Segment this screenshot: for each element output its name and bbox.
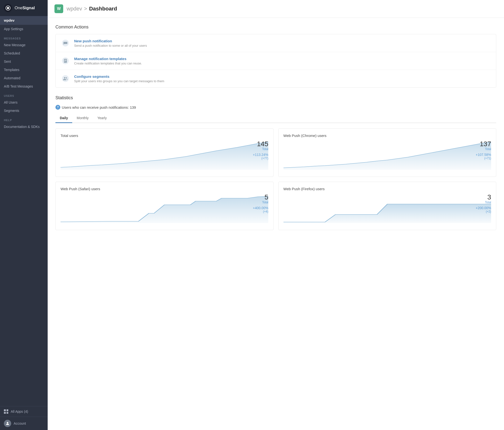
chart-total-users-change: +113.24% [253,153,268,157]
svg-point-11 [66,77,67,79]
action-new-push-subtitle: Send a push notification to some or all … [74,44,147,47]
account-avatar [4,420,11,427]
chart-firefox-users: Web Push (Firefox) users [278,182,496,230]
chart-chrome-users-num: 137 [476,141,491,147]
chart-chrome-users-stats: 137 Total +107.58% (+71) [476,141,491,160]
tab-daily[interactable]: Daily [55,114,72,123]
tab-monthly[interactable]: Monthly [72,114,93,123]
breadcrumb: wpdev > Dashboard [67,6,117,12]
svg-rect-5 [64,59,67,63]
tab-yearly[interactable]: Yearly [93,114,111,123]
action-manage-templates-title: Manage notification templates [74,57,142,61]
chart-safari-users-label: Total [253,201,268,204]
sidebar-account[interactable]: Account [0,417,48,430]
chart-total-users-change-sub: (+77) [253,157,268,160]
chart-safari-users-area: 5 Total +400.00% (+4) [61,194,268,223]
stats-users-label: ? Users who can receive push notificatio… [55,105,136,110]
chart-safari-users-num: 5 [253,194,268,201]
common-actions-section: Common Actions New push notification Sen… [55,25,496,88]
action-configure-segments-title: Configure segments [74,74,164,79]
sidebar-item-new-message[interactable]: New Message [0,41,48,49]
sidebar-section-users: USERS [0,91,48,98]
sidebar-app-name[interactable]: wpdev [0,16,48,25]
sidebar-section-messages: MESSAGES [0,33,48,41]
sidebar-item-app-settings[interactable]: App Settings [0,25,48,33]
chart-total-users-area: 145 Total +113.24% (+77) [61,141,268,170]
action-configure-segments[interactable]: Configure segments Split your users into… [56,70,496,87]
chart-safari-users: Web Push (Safari) users [55,182,273,230]
sidebar-section-help: HELP [0,115,48,123]
action-configure-segments-subtitle: Split your users into groups so you can … [74,79,164,83]
chart-total-users-num: 145 [253,141,268,147]
sidebar-all-apps[interactable]: All Apps (4) [0,406,48,417]
svg-point-10 [64,77,65,79]
page-header: W wpdev > Dashboard [48,0,504,18]
chart-chrome-users-area: 137 Total +107.58% (+71) [283,141,491,170]
svg-point-1 [7,7,9,9]
action-new-push-title: New push notification [74,39,147,43]
chart-chrome-users-title: Web Push (Chrome) users [283,134,491,138]
chart-safari-users-stats: 5 Total +400.00% (+4) [253,194,268,213]
chart-total-users-title: Total users [61,134,268,138]
action-new-push-text: New push notification Send a push notifi… [74,39,147,47]
apps-grid-icon [4,409,8,414]
chart-firefox-users-area: 3 Total +200.00% (+2) [283,194,491,223]
chart-chrome-users-change-sub: (+71) [476,157,491,160]
chart-safari-users-change-sub: (+4) [253,210,268,213]
people-icon [61,74,70,83]
svg-point-2 [7,422,8,423]
chart-total-users-label: Total [253,147,268,151]
action-manage-templates-text: Manage notification templates Create not… [74,57,142,65]
chart-safari-users-title: Web Push (Safari) users [61,187,268,191]
chart-chrome-users: Web Push (Chrome) users [278,128,496,177]
chart-safari-users-change: +400.00% [253,206,268,210]
chart-chrome-users-label: Total [476,147,491,151]
sidebar-item-all-users[interactable]: All Users [0,98,48,107]
main-content: W wpdev > Dashboard Common Actions [48,0,504,430]
chart-total-users-stats: 145 Total +113.24% (+77) [253,141,268,160]
document-icon [61,56,70,65]
common-actions-list: New push notification Send a push notifi… [55,34,496,88]
content-area: Common Actions New push notification Sen… [48,18,504,237]
stats-header: ? Users who can receive push notificatio… [55,105,496,110]
sidebar: OneSignal wpdev App Settings MESSAGES Ne… [0,0,48,430]
chart-firefox-users-change: +200.00% [476,206,491,210]
sidebar-item-documentation[interactable]: Documentation & SDKs [0,123,48,131]
chat-icon [61,39,70,47]
common-actions-title: Common Actions [55,25,496,30]
action-manage-templates[interactable]: Manage notification templates Create not… [56,52,496,70]
action-configure-segments-text: Configure segments Split your users into… [74,74,164,83]
chart-firefox-users-label: Total [476,201,491,204]
help-icon[interactable]: ? [55,105,60,110]
chart-grid: Total users [55,128,496,230]
breadcrumb-page-title: Dashboard [89,6,117,12]
breadcrumb-separator: > [84,6,87,12]
svg-point-9 [62,75,69,82]
statistics-section: Statistics ? Users who can receive push … [55,95,496,230]
sidebar-logo: OneSignal [0,0,48,16]
sidebar-item-segments[interactable]: Segments [0,107,48,115]
chart-firefox-users-title: Web Push (Firefox) users [283,187,491,191]
sidebar-item-scheduled[interactable]: Scheduled [0,49,48,57]
action-new-push[interactable]: New push notification Send a push notifi… [56,34,496,52]
app-badge: W [54,4,63,13]
sidebar-item-ab-test[interactable]: A/B Test Messages [0,82,48,91]
chart-total-users: Total users [55,128,273,177]
action-manage-templates-subtitle: Create notification templates that you c… [74,62,142,65]
chart-firefox-users-stats: 3 Total +200.00% (+2) [476,194,491,213]
stats-tabs: Daily Monthly Yearly [55,114,496,123]
breadcrumb-app: wpdev [67,6,82,12]
statistics-title: Statistics [55,95,496,101]
onesignal-logo-text: OneSignal [15,6,35,10]
chart-firefox-users-num: 3 [476,194,491,201]
sidebar-item-automated[interactable]: Automated [0,74,48,82]
sidebar-item-templates[interactable]: Templates [0,66,48,74]
chart-chrome-users-change: +107.58% [476,153,491,157]
onesignal-logo-icon [4,4,12,12]
chart-firefox-users-change-sub: (+2) [476,210,491,213]
sidebar-item-sent[interactable]: Sent [0,57,48,66]
sidebar-bottom: All Apps (4) Account [0,406,48,430]
